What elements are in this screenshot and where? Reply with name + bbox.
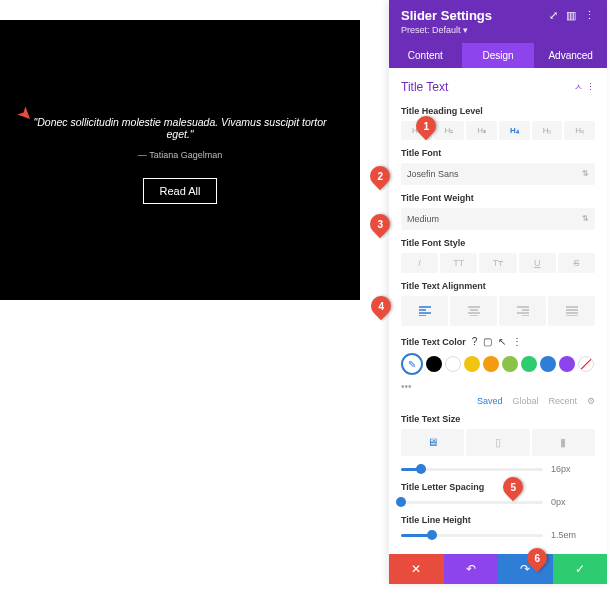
panel-header: Slider Settings ⤢ ▥ ⋮ Preset: Default ▾ xyxy=(389,0,607,43)
swatch-blue[interactable] xyxy=(540,356,556,372)
label-align: Title Text Alignment xyxy=(401,281,595,291)
size-slider[interactable] xyxy=(401,468,543,471)
undo-button[interactable]: ↶ xyxy=(444,554,499,584)
align-center-icon[interactable] xyxy=(450,296,497,326)
eyedropper-icon[interactable]: ✎ xyxy=(401,353,423,375)
panel-body: Title Text ㅅ ⋮ Title Heading Level H₁ H₂… xyxy=(389,68,607,554)
desktop-icon[interactable]: 🖥 xyxy=(401,429,464,456)
italic-option[interactable]: I xyxy=(401,253,438,273)
recent-tab[interactable]: Recent xyxy=(548,396,577,406)
spacing-value[interactable]: 0px xyxy=(551,497,595,507)
panel-footer: ✕ ↶ ↷ ✓ xyxy=(389,554,607,584)
swatch-purple[interactable] xyxy=(559,356,575,372)
align-group xyxy=(401,296,595,326)
swatch-green[interactable] xyxy=(502,356,518,372)
chevron-up-icon: ㅅ ⋮ xyxy=(574,81,595,94)
preset-selector[interactable]: Preset: Default ▾ xyxy=(401,25,595,35)
save-button[interactable]: ✓ xyxy=(553,554,608,584)
align-justify-icon[interactable] xyxy=(548,296,595,326)
label-color: Title Text Color xyxy=(401,337,466,347)
hover-icon[interactable]: ↖ xyxy=(498,336,506,347)
panel-title: Slider Settings xyxy=(401,8,492,23)
tablet-device-icon[interactable]: ▯ xyxy=(466,429,529,456)
h6-option[interactable]: H₆ xyxy=(564,121,595,140)
label-lineheight: Title Line Height xyxy=(401,515,595,525)
section-title-text[interactable]: Title Text ㅅ ⋮ xyxy=(401,76,595,98)
h4-option[interactable]: H₄ xyxy=(499,121,530,140)
phone-icon[interactable]: ▮ xyxy=(532,429,595,456)
swatch-none[interactable] xyxy=(578,356,594,372)
tab-content[interactable]: Content xyxy=(389,43,462,68)
h5-option[interactable]: H₅ xyxy=(532,121,563,140)
read-all-button[interactable]: Read All xyxy=(143,178,218,204)
label-spacing: Title Letter Spacing xyxy=(401,482,595,492)
color-swatches: ✎ xyxy=(401,353,595,375)
size-value[interactable]: 16px xyxy=(551,464,595,474)
smallcaps-option[interactable]: Tᴛ xyxy=(479,253,516,273)
more-icon[interactable]: ⋮ xyxy=(584,9,595,22)
font-select[interactable]: Josefin Sans xyxy=(401,163,595,185)
slider-preview: "Donec sollicitudin molestie malesuada. … xyxy=(0,20,360,300)
swatch-yellow[interactable] xyxy=(464,356,480,372)
strike-option[interactable]: S xyxy=(558,253,595,273)
label-font: Title Font xyxy=(401,148,595,158)
tablet-icon[interactable]: ▢ xyxy=(483,336,492,347)
layout-icon[interactable]: ▥ xyxy=(566,9,576,22)
h2-option[interactable]: H₂ xyxy=(434,121,465,140)
saved-tab[interactable]: Saved xyxy=(477,396,503,406)
more-options-icon[interactable]: ⋮ xyxy=(512,336,522,347)
underline-option[interactable]: U xyxy=(519,253,556,273)
swatch-orange[interactable] xyxy=(483,356,499,372)
lineheight-slider[interactable] xyxy=(401,534,543,537)
label-style: Title Font Style xyxy=(401,238,595,248)
quote-author: — Tatiana Gagelman xyxy=(138,150,222,160)
label-heading-level: Title Heading Level xyxy=(401,106,595,116)
settings-panel: Slider Settings ⤢ ▥ ⋮ Preset: Default ▾ … xyxy=(389,0,607,584)
device-group: 🖥 ▯ ▮ xyxy=(401,429,595,456)
align-right-icon[interactable] xyxy=(499,296,546,326)
cancel-button[interactable]: ✕ xyxy=(389,554,444,584)
weight-select[interactable]: Medium xyxy=(401,208,595,230)
label-weight: Title Font Weight xyxy=(401,193,595,203)
label-size: Title Text Size xyxy=(401,414,595,424)
uppercase-option[interactable]: TT xyxy=(440,253,477,273)
tab-design[interactable]: Design xyxy=(462,43,535,68)
align-left-icon[interactable] xyxy=(401,296,448,326)
swatch-lime[interactable] xyxy=(521,356,537,372)
lineheight-value[interactable]: 1.5em xyxy=(551,530,595,540)
help-icon[interactable]: ? xyxy=(472,336,478,347)
tab-advanced[interactable]: Advanced xyxy=(534,43,607,68)
font-style-group: I TT Tᴛ U S xyxy=(401,253,595,273)
swatch-black[interactable] xyxy=(426,356,442,372)
gear-icon[interactable]: ⚙ xyxy=(587,396,595,406)
quote-text: "Donec sollicitudin molestie malesuada. … xyxy=(20,116,340,140)
global-tab[interactable]: Global xyxy=(512,396,538,406)
more-swatches[interactable]: ••• xyxy=(401,381,595,392)
spacing-slider[interactable] xyxy=(401,501,543,504)
swatch-white[interactable] xyxy=(445,356,461,372)
h3-option[interactable]: H₃ xyxy=(466,121,497,140)
tab-bar: Content Design Advanced xyxy=(389,43,607,68)
expand-icon[interactable]: ⤢ xyxy=(549,9,558,22)
